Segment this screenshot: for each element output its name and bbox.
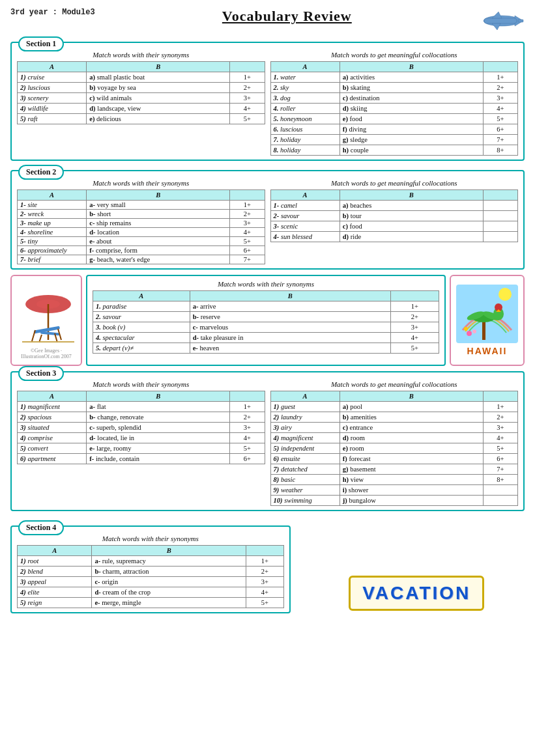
cell-ans: 3+	[483, 93, 517, 104]
cell-b: c) destination	[340, 93, 483, 104]
table-row: 8) basic h) view 8+	[270, 475, 518, 485]
mid-title: Match words with their synonyms	[93, 280, 439, 288]
table-row: 9) weather i) shower	[270, 485, 518, 496]
cell-b: d- take pleasure in	[190, 333, 390, 343]
table-row: 2. savour b- reserve 2+	[93, 312, 439, 322]
cell-ans: 3+	[483, 423, 517, 433]
cell-a: 5) reign	[18, 598, 92, 608]
cell-a: 6. luscious	[270, 124, 340, 135]
cell-a: 1- site	[18, 201, 87, 210]
cell-b: d- location	[87, 228, 230, 237]
cell-ans: 2+	[246, 567, 283, 577]
cell-ans: 3+	[230, 93, 265, 104]
table-row: 4) elite d- cream of the crop 4+	[18, 587, 284, 598]
cell-b: g- beach, water's edge	[87, 255, 230, 264]
cell-ans: 1+	[483, 72, 517, 83]
cell-a: 1- camel	[270, 201, 340, 211]
cell-ans: 1+	[390, 301, 439, 312]
beach-caption: ©Gee Images · IllustrationOf.com 2007	[17, 348, 76, 359]
cell-ans: 6+	[483, 124, 517, 135]
cell-b: c- superb, splendid	[87, 423, 230, 433]
svg-point-27	[464, 327, 468, 331]
table-row: 5. honeymoon e) food 5+	[270, 114, 518, 124]
cell-b: g) basement	[340, 464, 483, 475]
cell-b: e) room	[340, 443, 483, 454]
cell-a: 2. sky	[270, 83, 340, 93]
table-row: 5) raft e) delicious 5+	[18, 114, 265, 124]
cell-ans: 5+	[483, 443, 517, 454]
table-row: 2) luscious b) voyage by sea 2+	[18, 83, 265, 93]
cell-ans: 8+	[483, 475, 517, 485]
s1l-col-a: A	[18, 62, 87, 72]
cell-b: c) wild animals	[87, 93, 230, 104]
section3-right-table: A B 1) guest a) pool 1+ 2) laundry b) am…	[270, 391, 519, 506]
cell-b: d) room	[340, 433, 483, 443]
cell-ans: 4+	[483, 433, 517, 443]
cell-ans	[483, 201, 517, 211]
cell-ans: 5+	[390, 343, 439, 354]
section1-block: Section 1 Match words with their synonym…	[10, 42, 525, 161]
cell-a: 7) detatched	[270, 464, 340, 475]
cell-a: 4) elite	[18, 587, 92, 598]
table-row: 6- approximately f- comprise, form 6+	[18, 246, 265, 255]
cell-b: i) shower	[340, 485, 483, 496]
cell-ans: 6+	[230, 246, 265, 255]
cell-b: f) forecast	[340, 454, 483, 464]
cell-ans: 2+	[230, 210, 265, 219]
cell-a: 4) comprise	[18, 433, 87, 443]
cell-b: b- charm, attraction	[92, 567, 246, 577]
cell-b: f- comprise, form	[87, 246, 230, 255]
cell-b: a) beaches	[340, 201, 483, 211]
cell-a: 9) weather	[270, 485, 340, 496]
table-row: 7. holiday g) sledge 7+	[270, 135, 518, 145]
section1-label: Section 1	[18, 36, 64, 51]
cell-b: e- large, roomy	[87, 443, 230, 454]
cell-b: d- located, lie in	[87, 433, 230, 443]
table-row: 3) appeal c- origin 3+	[18, 577, 284, 587]
svg-point-25	[467, 331, 472, 336]
cell-b: a) pool	[340, 402, 483, 412]
cell-b: b- short	[87, 210, 230, 219]
table-row: 4- shoreline d- location 4+	[18, 228, 265, 237]
cell-b: h) couple	[340, 145, 483, 156]
cell-ans: 2+	[230, 83, 265, 93]
cell-a: 4) wildlife	[18, 104, 87, 114]
cell-ans: 4+	[230, 228, 265, 237]
cell-ans: 5+	[483, 114, 517, 124]
header: 3rd year : Module3 Vocabulary Review	[10, 8, 525, 33]
vacation-box-container: VACATION	[296, 570, 525, 613]
table-row: 1) magnificent a- flat 1+	[18, 402, 265, 412]
cell-ans: 6+	[483, 454, 517, 464]
airplane-icon	[479, 9, 525, 33]
cell-b: c- marvelous	[190, 322, 390, 333]
table-row: 5) reign e- merge, mingle 5+	[18, 598, 284, 608]
cell-a: 4- sun blessed	[270, 232, 340, 242]
cell-b: a) activities	[340, 72, 483, 83]
cell-b: d- cream of the crop	[92, 587, 246, 598]
cell-ans: 1+	[230, 72, 265, 83]
section3-left: Match words with their synonyms A B 1) m…	[17, 380, 265, 506]
table-row: 1- camel a) beaches	[270, 201, 518, 211]
cell-ans	[483, 485, 517, 496]
cell-a: 1. paradise	[93, 301, 190, 312]
svg-marker-3	[492, 12, 502, 18]
cell-b: d) skiing	[340, 104, 483, 114]
section4-left-table: A B 1) root a- rule, supremacy 1+ 2) ble…	[17, 545, 284, 608]
section2-right-table: A B 1- camel a) beaches 2- savour b) tou…	[270, 189, 519, 242]
cell-b: a- very small	[87, 201, 230, 210]
hawaii-icon	[456, 285, 518, 343]
section1-left-table: A B 1) cruise a) small plastic boat 1+ 2…	[17, 61, 265, 124]
cell-a: 4- shoreline	[18, 228, 87, 237]
cell-b: d) ride	[340, 232, 483, 242]
cell-ans: 1+	[230, 201, 265, 210]
s1r-col-a: A	[270, 62, 340, 72]
beach-image-box: ©Gee Images · IllustrationOf.com 2007	[10, 275, 82, 366]
cell-ans: 7+	[230, 255, 265, 264]
cell-ans: 1+	[246, 556, 283, 567]
cell-b: j) bungalow	[340, 496, 483, 506]
cell-b: c- origin	[92, 577, 246, 587]
cell-a: 3. dog	[270, 93, 340, 104]
table-row: 1) cruise a) small plastic boat 1+	[18, 72, 265, 83]
cell-a: 5) convert	[18, 443, 87, 454]
table-row: 5- tiny e- about 5+	[18, 237, 265, 246]
